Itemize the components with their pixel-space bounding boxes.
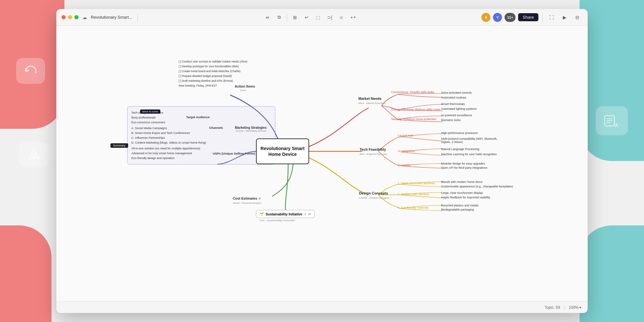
- sustainability-refresh-icon: ↩: [308, 212, 311, 216]
- divider3: [542, 14, 543, 21]
- channels-items: A. Social Media Campaigns B. Smart Home …: [131, 126, 206, 145]
- tech-feasibility-sublabel: Bob - Engineering Lead: [360, 153, 387, 156]
- central-node[interactable]: Revolutionary SmartHome Device: [256, 138, 309, 164]
- cost-estimates-label: Cost Estimates: [233, 196, 257, 200]
- marketing-strategies-label: Marketing Strategies: [235, 126, 267, 129]
- plus-icon: +: [350, 15, 353, 20]
- mn-leaf-1: Voice-activated controls: [441, 91, 472, 94]
- titlebar-right: A Y 11+ Share ⛶ ▶ ⊟: [481, 13, 582, 22]
- ta-item-3: Eco-conscious consumers: [131, 121, 180, 124]
- maximize-button[interactable]: [74, 15, 79, 19]
- usps-items: All-in-one solution (no need for multipl…: [131, 146, 200, 160]
- action-item-4: [ ] Prepare detailed budget proposal (Da…: [179, 74, 247, 78]
- action-items-sublabel: Team: [240, 89, 246, 92]
- svg-point-0: [32, 154, 36, 158]
- canvas[interactable]: [ ] Conduct user surveys to validate mar…: [56, 26, 588, 301]
- marketing-strategies-label-container: Marketing Strategies Emma - Marketing Di…: [235, 126, 267, 132]
- usps-row: All-in-one solution (no need for multipl…: [131, 146, 271, 160]
- tf-leaf-5: Modular design for easy upgrades: [441, 162, 485, 165]
- tf-leaf-3: Natural Language Processing: [441, 147, 479, 151]
- close-button[interactable]: [62, 15, 66, 19]
- cost-estimates-node[interactable]: Cost Estimates ≡: [233, 196, 260, 200]
- dc-leaf-6: Biodegradable packaging: [441, 208, 474, 211]
- share-button[interactable]: Share: [518, 13, 538, 21]
- dc-leaf-5: Recycled plastics and metals: [441, 204, 478, 207]
- fullscreen-button[interactable]: ⛶: [546, 13, 557, 22]
- mn-leaf-5: AI-powered surveillance: [441, 114, 472, 117]
- dc-leaf-2: Customizable appearance (e.g., changeabl…: [441, 185, 513, 188]
- undo-icon: [16, 58, 45, 84]
- zoom-dropdown-icon[interactable]: ▾: [579, 305, 581, 310]
- traffic-lights: [62, 15, 79, 19]
- action-item-5: [ ] Draft marketing timeline and KPIs (E…: [179, 79, 247, 83]
- mn-convenience-label: Convenience: Simplify daily tasks: [391, 90, 434, 94]
- connect-button[interactable]: ⇔: [262, 13, 273, 22]
- cost-estimates-icon: ≡: [259, 196, 260, 200]
- tf-leaf-1: High-performance processor: [441, 131, 478, 135]
- sustainability-label: Sustainability Initiative: [266, 212, 302, 216]
- ch-item-4: D. Content Marketing (blogs, videos on s…: [131, 141, 206, 144]
- zoom-level[interactable]: 100%: [569, 305, 579, 310]
- market-needs-sublabel: Alice - Market Research: [358, 102, 386, 105]
- panel-button[interactable]: ⊟: [572, 13, 582, 22]
- action-item-1: [ ] Conduct user surveys to validate mar…: [179, 60, 247, 63]
- frame-button[interactable]: ⊞: [290, 13, 300, 22]
- target-audience-label: Target Audience: [186, 115, 210, 119]
- action-item-3: [ ] Create mood board and initial sketch…: [179, 69, 247, 73]
- central-node-text: Revolutionary SmartHome Device: [260, 146, 305, 157]
- ch-item-1: A. Social Media Campaigns: [131, 127, 206, 130]
- bg-topright: [580, 0, 644, 161]
- ch-item-3: C. Influencer Partnerships: [131, 136, 206, 139]
- design-concepts-label: Design Concepts: [359, 191, 388, 195]
- selection-button[interactable]: ⬚: [313, 13, 323, 22]
- ch-item-2: B. Smart Home Expos and Tech Conferences: [131, 131, 206, 135]
- action-items-list: [ ] Conduct user surveys to validate mar…: [179, 60, 247, 88]
- usps-label-container: USPs (Unique Selling Points): [204, 146, 255, 160]
- tf-leaf-4: Machine Learning for user habit recognit…: [441, 153, 497, 156]
- target-audience-label-container: Target Audience: [186, 110, 210, 125]
- topic-count: Topic: 59: [545, 305, 560, 310]
- avatar-count[interactable]: 11+: [505, 13, 516, 22]
- emoji-button[interactable]: ☺: [336, 13, 346, 22]
- action-item-2: [ ] Develop prototype for core functiona…: [179, 64, 247, 68]
- divider1: [137, 14, 138, 21]
- sustainability-sublabel: Fran - Sustainability Consultant: [259, 219, 295, 222]
- svg-text:A: A: [615, 123, 619, 128]
- tf-leaf-6: Open API for third-party integrations: [441, 166, 488, 169]
- present-button[interactable]: ▶: [559, 13, 570, 22]
- sustainability-node[interactable]: 🌱 Sustainability Initiative ≡ ↩: [256, 210, 315, 218]
- dc-2-label: 2. Intuitive user interface: [398, 193, 429, 196]
- window-title: Revolutionary Smart...: [91, 15, 132, 20]
- toolbar-center: ⇔ ⧉ ⊞ ↩ ⬚ ⊃| ☺ + ▾: [143, 13, 478, 22]
- mn-leaf-6: Biometric locks: [441, 118, 461, 122]
- dc-leaf-4: Haptic feedback for improved usability: [441, 196, 490, 199]
- undo-button[interactable]: ↩: [301, 13, 312, 22]
- divider2: [287, 14, 287, 21]
- minimize-button[interactable]: [68, 15, 72, 19]
- tech-feasibility-label: Tech Feasibility: [360, 147, 386, 151]
- mn-leaf-2: Automated routines: [441, 96, 466, 99]
- connector-button[interactable]: ⊃|: [325, 13, 335, 22]
- channels-label-container: Channels: [209, 126, 232, 129]
- dc-leaf-3: Large, clear touchscreen display: [441, 191, 483, 194]
- add-button[interactable]: + ▾: [348, 13, 358, 22]
- sustainability-icon: 🌱: [260, 212, 264, 216]
- mn-leaf-3: Smart thermostats: [441, 102, 465, 106]
- summary-label: Summary: [110, 143, 128, 148]
- dc-3-label: 3. Eco-friendly materials: [398, 206, 429, 209]
- avatar-y[interactable]: Y: [493, 13, 502, 22]
- channels-label: Channels: [209, 126, 223, 129]
- ta-item-2: Busy professionals: [131, 116, 180, 119]
- more-to-come-label: More to come: [140, 109, 160, 114]
- design-concepts-sublabel: Charlie - Product Designer: [359, 196, 389, 199]
- dc-leaf-1: Blends with modern home decor: [441, 180, 483, 184]
- duplicate-button[interactable]: ⧉: [274, 13, 284, 22]
- action-items-container: [ ] Conduct user surveys to validate mar…: [179, 60, 247, 88]
- action-items-label: Action Items: [235, 84, 255, 88]
- tf-hub-label: Central Hub: [398, 134, 413, 137]
- avatar-a[interactable]: A: [481, 13, 490, 22]
- main-window: ☁ Revolutionary Smart... ⇔ ⧉ ⊞ ↩ ⬚ ⊃| ☺ …: [56, 9, 588, 313]
- dropdown-icon: ▾: [354, 15, 355, 19]
- marketing-strategies-sublabel: Emma - Marketing Director: [236, 129, 267, 132]
- usps-label: USPs (Unique Selling Points): [213, 152, 255, 155]
